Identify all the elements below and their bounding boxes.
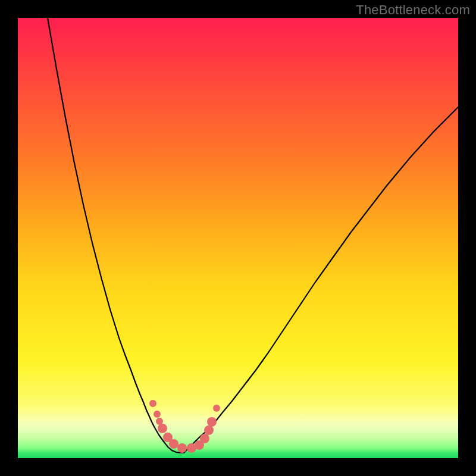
data-marker — [213, 405, 220, 412]
curve-right-branch — [184, 107, 458, 453]
plot-area — [18, 18, 458, 458]
curve-left-branch — [48, 18, 159, 435]
data-marker — [204, 425, 214, 435]
curve-layer — [18, 18, 458, 458]
data-marker — [154, 411, 161, 418]
data-marker — [149, 400, 156, 407]
data-marker — [200, 434, 209, 443]
chart-frame: TheBottleneck.com — [0, 0, 476, 476]
data-marker — [177, 443, 187, 453]
data-marker — [207, 417, 217, 427]
watermark-text: TheBottleneck.com — [356, 2, 470, 18]
data-marker — [158, 424, 167, 433]
